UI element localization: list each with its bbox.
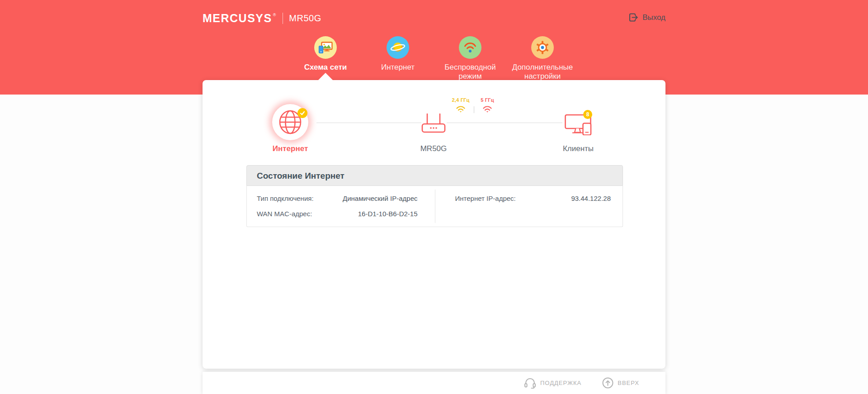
- tab-network-map-label: Схема сети: [292, 63, 359, 72]
- status-row-wan-mac: WAN MAC-адрес: 16-D1-10-B6-D2-15: [247, 206, 435, 221]
- connector-line-internet-router: [316, 123, 421, 123]
- mercusys-logo: MERCUSYS: [203, 12, 272, 25]
- router-node-label: MR50G: [409, 144, 458, 153]
- band-2g: 2,4 ГГц: [448, 97, 474, 113]
- tab-advanced[interactable]: Дополнительные настройки: [506, 36, 579, 81]
- internet-node-label: Интернет: [271, 144, 309, 153]
- footer-bar: ПОДДЕРЖКА ВВЕРХ: [203, 372, 665, 394]
- wifi-signal-icon: [482, 104, 493, 113]
- status-row-connection-type: Тип подключения: Динамический IP-адрес: [247, 190, 435, 206]
- brand: MERCUSYS ® MR50G: [203, 12, 321, 25]
- panel-body: Тип подключения: Динамический IP-адрес W…: [246, 186, 623, 227]
- clients-node[interactable]: 8 Клиенты: [553, 110, 603, 153]
- tab-wireless[interactable]: Беспроводной режим: [434, 36, 506, 81]
- panel-title: Состояние Интернет: [246, 165, 623, 186]
- tab-wireless-label: Беспроводной режим: [437, 63, 504, 81]
- globe-glow: [272, 104, 308, 140]
- tab-internet[interactable]: Интернет: [362, 36, 434, 81]
- main-nav: Схема сети Интернет: [289, 36, 579, 81]
- row-label: Интернет IP-адрес:: [455, 195, 571, 202]
- internet-status-panel: Состояние Интернет Тип подключения: Дина…: [246, 165, 623, 227]
- arrow-up-circle-icon: [602, 377, 613, 389]
- network-map-card: Интернет 2,4 ГГц 5 ГГц: [203, 80, 665, 369]
- wifi-signal-icon: [455, 104, 466, 113]
- row-label: WAN MAC-адрес:: [257, 210, 358, 218]
- row-value: Динамический IP-адрес: [343, 195, 417, 202]
- registered-mark: ®: [273, 13, 276, 17]
- check-icon: [299, 110, 306, 116]
- gear-icon: [531, 36, 554, 59]
- band-5g: 5 ГГц: [474, 97, 500, 113]
- row-label: Тип подключения:: [257, 195, 343, 202]
- tab-internet-label: Интернет: [364, 63, 431, 72]
- top-label: ВВЕРХ: [618, 380, 639, 386]
- logout-label: Выход: [642, 13, 665, 22]
- wifi-bands: 2,4 ГГц 5 ГГц: [448, 97, 500, 113]
- logout-button[interactable]: Выход: [628, 12, 665, 23]
- clients-count-badge: 8: [583, 110, 592, 119]
- row-value: 16-D1-10-B6-D2-15: [358, 210, 418, 218]
- logout-icon: [628, 12, 638, 23]
- support-button[interactable]: ПОДДЕРЖКА: [524, 377, 581, 389]
- panel-right-column: Интернет IP-адрес: 93.44.122.28: [435, 190, 623, 221]
- back-to-top-button[interactable]: ВВЕРХ: [602, 377, 639, 389]
- model-name: MR50G: [289, 13, 321, 24]
- band-2g-label: 2,4 ГГц: [448, 97, 474, 103]
- devices-icon-wrap: 8: [565, 110, 592, 136]
- band-5g-label: 5 ГГц: [474, 97, 500, 103]
- internet-node[interactable]: Интернет: [271, 104, 309, 153]
- network-diagram: Интернет 2,4 ГГц 5 ГГц: [203, 80, 665, 165]
- tab-advanced-label: Дополнительные настройки: [509, 63, 576, 81]
- status-row-internet-ip: Интернет IP-адрес: 93.44.122.28: [435, 190, 623, 206]
- router-icon: [421, 113, 446, 133]
- headset-icon: [524, 377, 536, 389]
- router-node[interactable]: MR50G: [409, 113, 458, 153]
- network-map-icon: [314, 36, 337, 59]
- panel-left-column: Тип подключения: Динамический IP-адрес W…: [247, 190, 435, 221]
- support-label: ПОДДЕРЖКА: [540, 380, 581, 386]
- planet-icon: [387, 36, 409, 59]
- row-value: 93.44.122.28: [571, 195, 611, 202]
- brand-divider: [283, 13, 283, 24]
- check-badge: [297, 108, 307, 118]
- clients-node-label: Клиенты: [553, 144, 603, 153]
- connector-line-router-clients: [447, 123, 562, 123]
- wifi-icon: [459, 36, 481, 59]
